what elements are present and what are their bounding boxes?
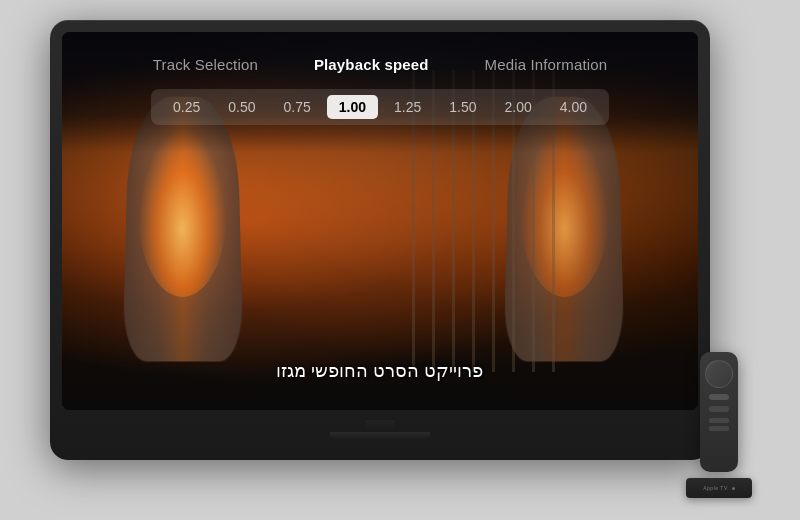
- speed-0-25[interactable]: 0.25: [161, 95, 212, 119]
- speed-0-50[interactable]: 0.50: [216, 95, 267, 119]
- tv-stand: [320, 420, 440, 440]
- apple-tv-label: Apple TV: [703, 485, 727, 491]
- tv-body: Track Selection Playback speed Media Inf…: [50, 20, 710, 460]
- apple-tv-box: Apple TV: [686, 478, 752, 498]
- remote-play-button[interactable]: [709, 406, 729, 412]
- tab-media-information[interactable]: Media Information: [457, 50, 636, 79]
- tabs-row: Track Selection Playback speed Media Inf…: [125, 50, 635, 79]
- apple-tv-light: [732, 487, 735, 490]
- speed-selector: 0.25 0.50 0.75 1.00 1.25 1.50 2.00 4.00: [151, 89, 609, 125]
- speed-4-00[interactable]: 4.00: [548, 95, 599, 119]
- speed-1-00[interactable]: 1.00: [327, 95, 378, 119]
- speed-1-25[interactable]: 1.25: [382, 95, 433, 119]
- remote-touchpad[interactable]: [705, 360, 733, 388]
- remote-volume-area: [709, 418, 729, 431]
- remote-menu-button[interactable]: [709, 394, 729, 400]
- subtitle-text: פרוייקט הסרט החופשי מגזו: [62, 360, 698, 382]
- tv-screen: Track Selection Playback speed Media Inf…: [62, 32, 698, 410]
- tv-stand-neck: [365, 420, 395, 432]
- tab-track-selection[interactable]: Track Selection: [125, 50, 286, 79]
- flame-left: [138, 127, 227, 297]
- remote-vol-up[interactable]: [709, 418, 729, 423]
- speed-1-50[interactable]: 1.50: [437, 95, 488, 119]
- apple-tv-remote: [700, 352, 738, 472]
- speed-2-00[interactable]: 2.00: [493, 95, 544, 119]
- remote-vol-down[interactable]: [709, 426, 729, 431]
- speed-0-75[interactable]: 0.75: [272, 95, 323, 119]
- tab-playback-speed[interactable]: Playback speed: [286, 50, 457, 79]
- tv-stand-base: [330, 432, 430, 440]
- tabs-container: Track Selection Playback speed Media Inf…: [62, 32, 698, 125]
- scene: Track Selection Playback speed Media Inf…: [0, 0, 800, 520]
